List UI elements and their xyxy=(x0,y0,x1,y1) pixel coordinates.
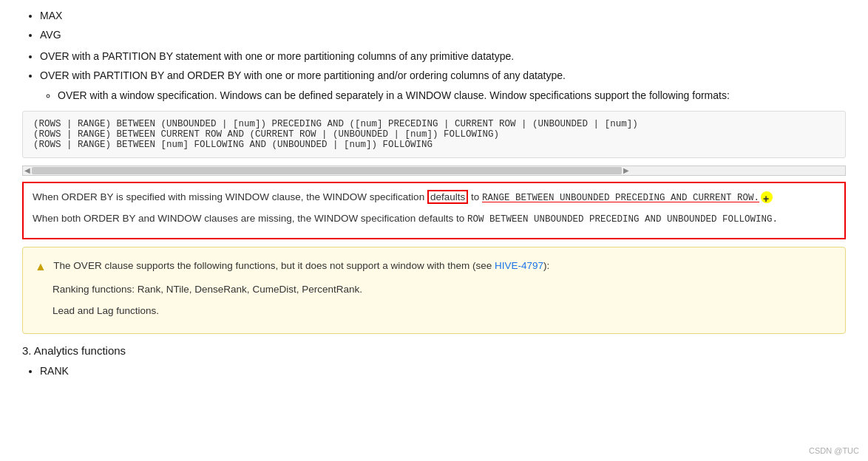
range-between-code: RANGE BETWEEN UNBOUNDED PRECEDING AND CU… xyxy=(482,193,759,203)
highlight-text-before-defaults: When ORDER BY is specified with missing … xyxy=(33,191,424,202)
cursor-marker xyxy=(761,191,773,203)
sub-bullet-list: OVER with a window specification. Window… xyxy=(40,87,846,103)
analytics-bullet-list: RANK xyxy=(22,363,846,379)
code-line-2: (ROWS | RANGE) BETWEEN CURRENT ROW AND (… xyxy=(33,129,835,140)
scroll-arrow-left-icon[interactable]: ◀ xyxy=(24,166,30,174)
highlight-text-to: to xyxy=(471,191,482,202)
code-line-1: (ROWS | RANGE) BETWEEN (UNBOUNDED | [num… xyxy=(33,119,835,129)
code-line-3: (ROWS | RANGE) BETWEEN [num] FOLLOWING A… xyxy=(33,140,835,150)
defaults-highlighted: defaults xyxy=(427,190,468,204)
note-lead-lag-text: Lead and Lag functions. xyxy=(52,303,833,320)
hive-4797-link[interactable]: HIVE-4797 xyxy=(495,261,543,272)
bullet-list-over: OVER with a PARTITION BY statement with … xyxy=(22,48,846,103)
highlight-paragraph-1: When ORDER BY is specified with missing … xyxy=(33,189,835,206)
note-ranking-text: Ranking functions: Rank, NTile, DenseRan… xyxy=(52,281,833,298)
scroll-arrow-right-icon[interactable]: ▶ xyxy=(623,166,629,174)
bullet-over-partition: OVER with a PARTITION BY statement with … xyxy=(40,48,846,64)
bullet-list-max-avg: MAX AVG xyxy=(22,7,846,44)
note-text-before-link: The OVER clause supports the following f… xyxy=(53,261,492,272)
bullet-avg: AVG xyxy=(40,27,846,43)
bullet-window-spec: OVER with a window specification. Window… xyxy=(58,87,846,103)
highlight-order-by-box: When ORDER BY is specified with missing … xyxy=(22,182,846,240)
horizontal-scrollbar[interactable]: ◀ ▶ xyxy=(22,165,846,176)
note-box: ▲ The OVER clause supports the following… xyxy=(22,247,846,333)
scrollbar-thumb[interactable] xyxy=(32,167,622,174)
watermark: CSDN @TUC xyxy=(809,446,859,455)
bullet-rank: RANK xyxy=(40,363,846,379)
analytics-section-title: 3. Analytics functions xyxy=(22,341,846,361)
row-between-code: ROW BETWEEN UNBOUNDED PRECEDING AND UNBO… xyxy=(467,214,778,225)
bullet-max: MAX xyxy=(40,7,846,24)
highlight-paragraph-2: When both ORDER BY and WINDOW clauses ar… xyxy=(33,211,835,228)
code-block-window-formats: (ROWS | RANGE) BETWEEN (UNBOUNDED | [num… xyxy=(22,111,846,158)
main-content: MAX AVG OVER with a PARTITION BY stateme… xyxy=(0,0,868,461)
bullet-over-partition-orderby: OVER with PARTITION BY and ORDER BY with… xyxy=(40,67,846,83)
warning-icon: ▲ xyxy=(35,260,47,273)
note-first-line: ▲ The OVER clause supports the following… xyxy=(35,256,833,276)
